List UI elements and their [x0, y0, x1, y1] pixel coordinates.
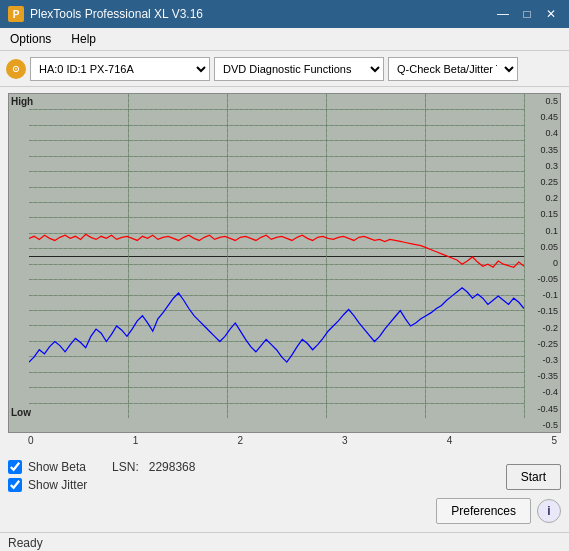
- axis-label-005: 0.05: [526, 242, 558, 252]
- status-text: Ready: [8, 536, 43, 550]
- show-jitter-row: Show Jitter: [8, 478, 195, 492]
- chart-right-axis: 0.5 0.45 0.4 0.35 0.3 0.25 0.2 0.15 0.1 …: [524, 94, 560, 432]
- chart-svg: [29, 94, 524, 414]
- x-label-2: 2: [237, 435, 243, 446]
- preferences-button[interactable]: Preferences: [436, 498, 531, 524]
- chart-low-label: Low: [11, 407, 31, 418]
- lsn-value: 2298368: [149, 460, 196, 474]
- device-icon: ⊙: [6, 59, 26, 79]
- close-button[interactable]: ✕: [541, 6, 561, 22]
- menu-options[interactable]: Options: [4, 30, 57, 48]
- x-label-3: 3: [342, 435, 348, 446]
- chart-bottom-axis: 0 1 2 3 4 5: [8, 433, 561, 446]
- bottom-panel: Show Beta LSN: 2298368 Show Jitter Start…: [0, 450, 569, 532]
- start-button[interactable]: Start: [506, 464, 561, 490]
- function-select[interactable]: DVD Diagnostic Functions: [214, 57, 384, 81]
- axis-label-05: 0.5: [526, 96, 558, 106]
- axis-label-02: 0.2: [526, 193, 558, 203]
- x-label-1: 1: [133, 435, 139, 446]
- axis-label-n015: -0.15: [526, 306, 558, 316]
- axis-label-n035: -0.35: [526, 371, 558, 381]
- axis-label-0: 0: [526, 258, 558, 268]
- left-controls: Show Beta LSN: 2298368 Show Jitter: [8, 460, 195, 494]
- axis-label-045: 0.45: [526, 112, 558, 122]
- axis-label-n05: -0.5: [526, 420, 558, 430]
- menu-help[interactable]: Help: [65, 30, 102, 48]
- show-jitter-checkbox[interactable]: [8, 478, 22, 492]
- show-beta-label: Show Beta: [28, 460, 86, 474]
- axis-label-025: 0.25: [526, 177, 558, 187]
- x-label-0: 0: [28, 435, 34, 446]
- axis-label-n045: -0.45: [526, 404, 558, 414]
- axis-label-04: 0.4: [526, 128, 558, 138]
- chart-container: High Low: [0, 87, 569, 450]
- title-bar: P PlexTools Professional XL V3.16 — □ ✕: [0, 0, 569, 28]
- axis-label-n02: -0.2: [526, 323, 558, 333]
- maximize-button[interactable]: □: [517, 6, 537, 22]
- show-beta-row: Show Beta LSN: 2298368: [8, 460, 195, 474]
- toolbar: ⊙ HA:0 ID:1 PX-716A DVD Diagnostic Funct…: [0, 51, 569, 87]
- right-actions: Start: [506, 464, 561, 490]
- axis-label-n01: -0.1: [526, 290, 558, 300]
- menu-bar: Options Help: [0, 28, 569, 51]
- app-title: PlexTools Professional XL V3.16: [30, 7, 203, 21]
- info-button[interactable]: i: [537, 499, 561, 523]
- chart-area: High Low: [8, 93, 561, 433]
- device-select[interactable]: HA:0 ID:1 PX-716A: [30, 57, 210, 81]
- app-icon: P: [8, 6, 24, 22]
- test-select[interactable]: Q-Check Beta/Jitter Test: [388, 57, 518, 81]
- show-jitter-label: Show Jitter: [28, 478, 87, 492]
- axis-label-n005: -0.05: [526, 274, 558, 284]
- axis-label-035: 0.35: [526, 145, 558, 155]
- status-bar: Ready: [0, 532, 569, 551]
- x-label-5: 5: [551, 435, 557, 446]
- show-beta-checkbox[interactable]: [8, 460, 22, 474]
- axis-label-n03: -0.3: [526, 355, 558, 365]
- axis-label-015: 0.15: [526, 209, 558, 219]
- axis-label-01: 0.1: [526, 226, 558, 236]
- minimize-button[interactable]: —: [493, 6, 513, 22]
- axis-label-03: 0.3: [526, 161, 558, 171]
- axis-label-n04: -0.4: [526, 387, 558, 397]
- x-label-4: 4: [447, 435, 453, 446]
- bottom-actions-row: Preferences i: [8, 494, 561, 526]
- lsn-label: LSN:: [112, 460, 139, 474]
- axis-label-n025: -0.25: [526, 339, 558, 349]
